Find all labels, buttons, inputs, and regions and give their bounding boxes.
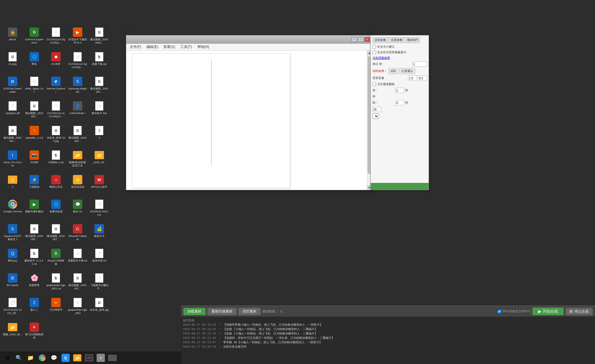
desktop-icon-software-txt[interactable]: 📄 需要软件卡密.txt — [67, 247, 88, 270]
desktop-icon-video-tool[interactable]: 📁 视频0秒创批量处理工具 — [67, 149, 88, 172]
desktop-icon-video-folder1[interactable]: 📁 _2020_08... — [89, 149, 110, 172]
desktop-icon-guqiao-rar[interactable]: 🗜 guqiaoshipi ngjs_jb51.rar — [46, 272, 66, 295]
desktop-icon-free-browser[interactable]: 🌐 免费浏览器 — [46, 198, 66, 221]
taskbar-monitor[interactable]: LCD — [84, 353, 94, 363]
desktop-icon-rapidjson[interactable]: 📄 rapidjson.dll — [2, 99, 23, 123]
desktop-icon-game-txt[interactable]: 📄 游戏号密.txt — [89, 247, 110, 270]
menu-view[interactable]: 查看(V) — [161, 44, 177, 50]
desktop-icon-csv[interactable]: 📄 20200818 0621.csv — [89, 198, 110, 221]
desktop-icon-video-bangyun[interactable]: ▶ 视频号暴利搬运 — [24, 198, 45, 221]
taskbar-folder[interactable]: 📁 — [72, 353, 83, 363]
desktop-icon-21png[interactable]: 🖼 21.png — [2, 50, 23, 74]
desktop-icon-network[interactable]: 🌐 网络 — [24, 50, 45, 74]
desktop-icon-exchange[interactable]: 💰 换钱方式 — [89, 222, 110, 246]
tab-translate[interactable]: 翻译API — [405, 37, 420, 43]
desktop-icon-wps[interactable]: W WPS办公助手 — [89, 173, 110, 197]
desktop-icon-meitu[interactable]: 🌸 美图秀秀 — [24, 272, 45, 295]
taskbar-search[interactable]: 🔍 — [13, 353, 24, 363]
minimize-button[interactable]: ─ — [352, 37, 357, 42]
desktop-icon-dvdfab[interactable]: D DVDFab Downloader — [2, 75, 23, 98]
btn-preview[interactable]: 试听 — [388, 68, 398, 74]
desktop-icon-iblock[interactable]: 🔒 iBlock — [2, 26, 23, 49]
desktop-icon-wechat2[interactable]: 💬 微信 (2) — [67, 198, 88, 221]
desktop-icon-wechat-img1[interactable]: 🖼 微信截图_20200082... — [89, 26, 110, 49]
desktop-icon-gihosoft[interactable]: G Gihosoft TubeGet — [67, 222, 88, 246]
desktop-icon-wechat-img6[interactable]: 🖼 微信截图_2020082... — [24, 222, 45, 246]
menu-tools[interactable]: 工具(T) — [178, 44, 194, 50]
load-material-button[interactable]: 加载素材 — [183, 308, 206, 315]
taskbar-qq[interactable]: Q — [60, 353, 71, 363]
desktop-icon-video-txt[interactable]: 📄 video_appur l.txt — [24, 75, 45, 98]
desktop-icon-2[interactable]: 2 2 — [2, 173, 23, 197]
desktop-icon-o1cn2[interactable]: 📄 O1CN01ox3 Dgv1V9QL... — [67, 50, 88, 74]
taskbar-start[interactable]: ⊞ — [2, 353, 12, 363]
desktop-icon-ev[interactable]: ⏺ EV录屏 — [46, 50, 66, 74]
desktop-icon-qq[interactable]: Q 腾讯QQ — [2, 247, 23, 270]
desktop-icon-3[interactable]: 3 3 — [89, 124, 110, 147]
desktop-icon-paibang[interactable]: 📷 抖拍帮 — [24, 149, 45, 172]
checkbox-bg-video[interactable] — [372, 51, 376, 54]
input-bg-volume2[interactable] — [418, 75, 427, 81]
desktop-icon-toget[interactable]: t toGet_Pro V8.exe — [2, 149, 23, 172]
desktop-icon-jixiao[interactable]: 2 极小二 — [24, 296, 45, 320]
input-unit-seconds[interactable] — [412, 61, 427, 67]
taskbar-usb[interactable]: ⎘ — [95, 353, 106, 363]
desktop-icon-admin[interactable]: 👤 Administrato r — [67, 99, 88, 123]
desktop-icon-chrome[interactable]: Google Chrome — [2, 198, 23, 221]
desktop-icon-wechat-img8[interactable]: 🖼 微信截图_2020082... — [67, 272, 88, 295]
taskbar-files[interactable]: 📁 — [25, 353, 36, 363]
start-synthesis-button[interactable]: ▶ 开始合成 — [532, 308, 564, 315]
desktop-icon-bsq[interactable]: B BSQ9778密鲜版 — [46, 247, 66, 270]
desktop-icon-ie[interactable]: e Internet Explorer — [46, 75, 66, 98]
desktop-icon-wechat-img4[interactable]: 🖼 微信截图_2020081... — [2, 124, 23, 147]
checkbox-small-window[interactable] — [372, 45, 376, 49]
tab-baidu[interactable]: 百度参数 — [389, 37, 405, 43]
input-15[interactable] — [372, 107, 381, 112]
input-bg-volume1[interactable] — [408, 75, 417, 81]
taskbar-wechat[interactable]: 💬 — [49, 353, 59, 363]
input-duration[interactable] — [395, 100, 404, 105]
desktop-icon-wechat-bat[interactable]: 📄 微信多开.bat — [89, 99, 110, 123]
select-option[interactable] — [372, 114, 379, 119]
maximize-button[interactable]: □ — [358, 37, 363, 42]
desktop-icon-wechat-img2[interactable]: 🖼 微信截图_2020081... — [89, 75, 110, 98]
clear-button[interactable]: 清空素材 — [238, 308, 261, 315]
rescan-button[interactable]: 重新扫描素材 — [207, 308, 237, 315]
desktop-icon-feisu[interactable]: ⚡ 飞速数据 — [24, 173, 45, 197]
desktop-icon-wechat-img5[interactable]: 🖼 微信截图_2020082... — [67, 124, 88, 147]
desktop-icon-wechat-img3[interactable]: 🖼 微信截图_2020082... — [24, 99, 45, 123]
btn-reset-position[interactable]: 位置重认 — [399, 68, 415, 74]
desktop-icon-jiexirar[interactable]: 🗜 解析助手 v2.4.3-2.rar — [24, 247, 45, 270]
menu-help[interactable]: 帮助(H) — [195, 44, 212, 50]
desktop-icon-xingjv[interactable]: ⭐ 星居浏览器 — [67, 173, 88, 197]
desktop-icon-o1cn[interactable]: 📄 O1CN01ox3 Dgv1V9QL... — [46, 26, 66, 49]
desktop-icon-num2[interactable]: 📄 2615751910 13212_副... — [2, 296, 23, 320]
desktop-icon-plane[interactable]: ✈ 播飞行情截拖系统 — [24, 321, 45, 344]
menu-file[interactable]: 文件(F) — [127, 44, 143, 50]
desktop-icon-uploader[interactable]: ↑ uploader_1 0.6 — [24, 124, 45, 147]
desktop-icon-video-day[interactable]: 📄 【视频号日赚挂不... — [89, 272, 110, 295]
stop-synthesis-button[interactable]: 停止合成 — [565, 308, 593, 315]
desktop-icon-sayatoo[interactable]: S Sayatoo卡拉字幕精灵 2 — [2, 222, 23, 246]
desktop-icon-wanxing[interactable]: ✂ 万兴神剪手 — [46, 296, 66, 320]
taskbar-browser[interactable] — [37, 353, 47, 363]
desktop-icon-geforce[interactable]: G GeForce Experience — [24, 26, 45, 49]
desktop-icon-bs-studio[interactable]: B BS Studio — [2, 272, 23, 295]
desktop-icon-zip[interactable]: 🗜 批量下载.zip — [89, 50, 110, 74]
input-interval[interactable] — [395, 88, 404, 93]
checkbox-allow-repeat[interactable] — [372, 83, 376, 86]
desktop-icon-unnamed[interactable]: 🖼 未命名_副本 333.jpg — [46, 124, 66, 147]
link-effect[interactable]: 点此排版效果 — [372, 56, 390, 60]
desktop-icon-ai-zip[interactable]: 🗜 AI剪辑9.1.zip — [46, 149, 66, 172]
taskbar-window[interactable] — [107, 353, 118, 363]
desktop-icon-unnamed2[interactable]: 🖼 未命名_副本.jpg — [89, 296, 110, 320]
gpu-checkbox[interactable] — [497, 310, 501, 313]
desktop-icon-netease[interactable]: ♫ 网易云音乐 — [46, 173, 66, 197]
desktop-icon-guqiao2[interactable]: 📄 guqiaoshipi ngjs_jb51 — [67, 296, 88, 320]
close-button[interactable]: ✕ — [365, 37, 370, 42]
desktop-icon-o1cn3[interactable]: 📄 O1CN01xnu 4jG1V9QLh... — [46, 99, 66, 123]
tab-settings[interactable]: 设置参数 — [372, 37, 388, 43]
desktop-icon-samsung[interactable]: S Samsung Magician — [67, 75, 88, 98]
desktop-icon-wechat-img7[interactable]: 🖼 微信截图_2020082... — [46, 222, 66, 246]
desktop-icon-douyin[interactable]: ▶ 抖音快手下载助手V0.4 — [67, 26, 88, 49]
